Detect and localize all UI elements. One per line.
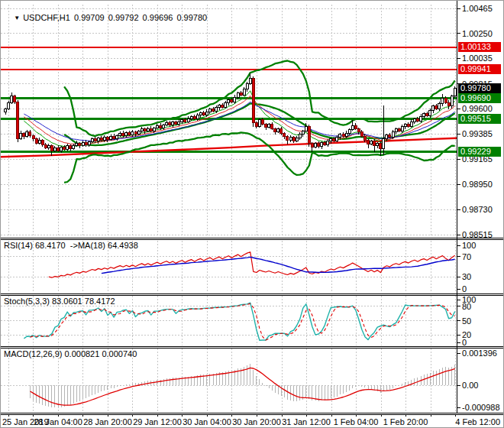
- stoch-axis-tick: 0: [462, 338, 467, 348]
- macd-indicator-label: MACD(12,26,9) 0.000821 0.000740: [4, 349, 137, 358]
- macd-axis-tick: 0.00: [462, 381, 478, 391]
- time-axis-label: 1 Feb 20:00: [383, 417, 428, 426]
- stoch-axis-tick: 80: [462, 302, 471, 312]
- price-axis-tick: 1.00465: [462, 4, 493, 14]
- rsi-axis-tick: 100: [462, 241, 476, 251]
- time-axis-label: 30 Jan 20:00: [232, 417, 281, 426]
- time-axis-label: 30 Jan 04:00: [183, 417, 231, 426]
- price-axis-tick: 1.00250: [462, 29, 493, 39]
- price-axis-tick: 0.99385: [462, 129, 493, 139]
- chart-dropdown-icon[interactable]: ▼: [14, 15, 20, 21]
- macd-axis-tick: 0.001396: [462, 349, 497, 358]
- ohlc-open: 0.99709: [74, 13, 105, 22]
- rsi-axis-tick: 0: [462, 284, 467, 294]
- mt5-chart-window: ▼USDCHF,H1 0.99709 0.99792 0.99696 0.997…: [0, 0, 504, 428]
- rsi-axis-tick: 30: [462, 272, 471, 282]
- time-axis-label: 1 Feb 04:00: [334, 417, 379, 426]
- ohlc-low: 0.99696: [143, 13, 173, 22]
- time-axis-label: 4 Feb 12:00: [455, 417, 500, 426]
- macd-axis-tick: -0.000988: [462, 403, 500, 413]
- current-price-badge: 0.99780: [458, 83, 501, 93]
- price-axis-tick: 0.98950: [462, 180, 493, 190]
- rsi-indicator-label: RSI(14) 68.4170 ->MA(18) 64.4938: [4, 241, 138, 250]
- rsi-axis-tick: 70: [462, 252, 471, 262]
- stoch-axis-tick: 50: [462, 316, 471, 326]
- time-axis-label: 28 Jan 20:00: [83, 417, 132, 426]
- chart-symbol-period: USDCHF,H1: [23, 13, 70, 22]
- price-axis-tick: 0.98515: [462, 230, 493, 240]
- stoch-indicator-label: Stoch(5,3,3) 83.0601 78.4172: [4, 297, 115, 306]
- price-level-badge: 0.99941: [458, 64, 501, 74]
- price-axis-tick: 1.00035: [462, 54, 493, 63]
- price-axis-tick: 0.99600: [462, 104, 493, 114]
- price-level-badge: 1.00133: [458, 42, 501, 52]
- time-axis-label: 28 Jan 04:00: [34, 417, 82, 426]
- price-level-badge: 0.99515: [458, 114, 501, 124]
- chart-title: ▼USDCHF,H1 0.99709 0.99792 0.99696 0.997…: [5, 4, 208, 31]
- ohlc-high: 0.99792: [108, 13, 139, 22]
- chart-canvas[interactable]: [1, 1, 504, 428]
- time-axis-label: 31 Jan 12:00: [282, 417, 331, 426]
- price-axis-tick: 0.98730: [462, 205, 493, 215]
- price-level-badge: 0.99690: [458, 93, 501, 103]
- price-level-badge: 0.99229: [458, 147, 501, 157]
- ohlc-close: 0.99780: [176, 13, 207, 22]
- time-axis-label: 29 Jan 12:00: [133, 417, 182, 426]
